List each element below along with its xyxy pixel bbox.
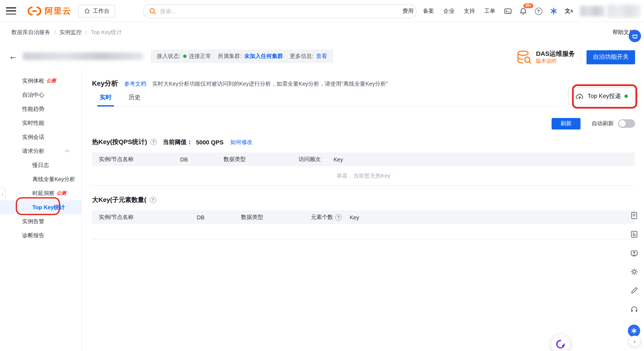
column-header: 元素个数 ? [311,214,350,221]
nav-link-billing[interactable]: 费用 [398,7,418,15]
account-blurred-1 [580,6,605,16]
table-controls: 刷新 自动刷新 [92,118,635,130]
notification-bell-icon[interactable]: 99+ [515,0,531,22]
das-version-link[interactable]: 版本说明 [536,58,556,65]
navbar-right: 费用 备案 企业 支持 工单 99+ ? [398,0,644,22]
workbench-button[interactable]: 工作台 [78,4,115,17]
more-info-link[interactable]: 查看 [316,52,327,60]
info-icon[interactable]: ? [150,197,156,203]
sidebar-item-offline-key-analysis[interactable]: 离线全量Key分析 [0,172,81,186]
breadcrumb: 数据库自治服务 / 实例监控 / Top Key统计 [12,28,122,36]
info-icon[interactable]: ? [335,214,342,220]
assistant-star-icon[interactable] [546,0,561,22]
breadcrumb-item-current: Top Key统计 [91,28,122,36]
sidebar-item-instance-checkup[interactable]: 实例体检 公测 [0,74,81,88]
cluster-label: 所属集群: [218,52,242,60]
status-label: 接入状态: [157,52,180,60]
das-assistant-icon[interactable] [629,30,641,42]
hot-key-empty-state: 恭喜，当前暂无热Key [92,166,635,186]
big-key-title: 大Key(子元素数量( [92,196,146,204]
account-blurred-2 [607,5,640,18]
hot-key-title: 热Key(按QPS统计) [92,138,147,146]
das-service-area: DAS运维服务 版本说明 自治功能开关 [515,47,635,67]
top-navbar: 阿里云 工作台 费用 备案 企业 支持 工单 [0,0,644,22]
chevron-right-icon: › [634,338,636,344]
auto-refresh-toggle[interactable] [618,119,635,128]
nav-link-tickets[interactable]: 工单 [480,7,500,15]
column-header: 数据类型 [241,214,311,221]
status-value: 连接正常 [189,52,211,60]
breadcrumb-item-monitor[interactable]: 实例监控 [60,28,82,36]
document-icon[interactable] [630,211,638,220]
topkey-delivery-label: Top Key投递 [588,92,621,100]
instance-header: ← 接入状态: 连接正常 所属集群: 未加入任何集群 更多信息: 查看 DAS运… [0,45,644,67]
home-icon [84,8,90,14]
sidebar-item-latency-insight[interactable]: 时延洞察 公测 [0,186,81,200]
search-input[interactable] [160,8,410,14]
edit-pencil-icon[interactable] [630,286,638,295]
sidebar-collapse-handle[interactable]: ‹ [0,188,6,201]
threshold-label: 当前阈值： [163,138,192,146]
back-arrow[interactable]: ← [8,52,18,61]
aliyun-logo[interactable]: 阿里云 [27,5,72,16]
instance-name-blurred [23,52,143,60]
delivery-status-dot [624,94,628,98]
hot-key-table-header: 实例/节点名称 DB 数据类型 访问频次 Key [92,152,635,166]
sidebar-item-sessions[interactable]: 实例会话 [0,130,81,144]
sidebar-item-autonomy-center[interactable]: 自治中心 [0,88,81,102]
sidebar-item-slow-log[interactable]: 慢日志 [0,158,81,172]
breadcrumb-item-das[interactable]: 数据库自治服务 [12,28,50,36]
chevron-up-icon [65,150,69,154]
sidebar-item-performance-trend[interactable]: 性能趋势 [0,102,81,116]
search-box[interactable] [143,4,416,18]
modify-threshold-link[interactable]: 如何修改 [230,138,252,146]
autonomy-switch-button[interactable]: 自治功能开关 [586,50,635,64]
sidebar-item-top-key-stats[interactable]: Top Key统计 [0,200,81,214]
more-info-label: 更多信息: [290,52,314,60]
sidebar-item-realtime-performance[interactable]: 实时性能 [0,116,81,130]
column-header: 实例/节点名称 [99,156,180,163]
big-key-table-header: 实例/节点名称 DB 数据类型 元素个数 ? Key [92,210,635,224]
export-icon[interactable] [630,249,638,257]
threshold-value: 5000 QPS [196,139,224,146]
tabs-bar: 实时 历史 [92,92,635,107]
column-header: Key [350,214,635,220]
aliyun-logo-text: 阿里云 [45,5,72,16]
sidebar-item-diagnostic-report[interactable]: 诊断报告 [0,228,81,242]
sidebar-item-instance-alerts[interactable]: 实例告警 [0,214,81,228]
expand-panel-button[interactable]: › [629,336,640,347]
breadcrumb-row: 数据库自治服务 / 实例监控 / Top Key统计 帮助文档 [0,22,644,42]
help-icon[interactable]: ? [531,0,546,22]
auto-refresh-label: 自动刷新 [592,120,614,127]
nav-link-icp[interactable]: 备案 [418,7,439,15]
search-icon [149,8,156,15]
settings-gear-icon[interactable] [630,268,638,276]
nav-link-support[interactable]: 支持 [459,7,480,15]
report-icon[interactable] [630,230,638,238]
info-icon[interactable]: ? [150,139,157,145]
status-dot [183,54,186,58]
refresh-button[interactable]: 刷新 [552,118,580,129]
main-content: Key分析 参考文档 实时大Key分析功能仅对被访问到的Key进行分析，如需全量… [82,70,644,351]
topkey-delivery-button[interactable]: Top Key投递 [568,87,635,105]
hot-key-section: 热Key(按QPS统计) ? 当前阈值： 5000 QPS 如何修改 实例/节点… [92,138,635,186]
key-analysis-description: 实时大Key分析功能仅对被访问到的Key进行分析，如需全量Key分析，请使用“离… [152,80,388,88]
tab-realtime[interactable]: 实时 [100,94,112,106]
tab-history[interactable]: 历史 [129,94,140,106]
beta-badge: 公测 [57,190,66,196]
ai-assistant-star-icon[interactable] [628,324,640,337]
sidebar-item-request-analysis[interactable]: 请求分析 [0,144,81,158]
assistant-logo-icon [555,339,566,350]
nav-link-enterprise[interactable]: 企业 [439,7,459,15]
cluster-link[interactable]: 未加入任何集群 [244,52,283,60]
das-service-icon [515,48,532,66]
console-icon[interactable] [500,0,515,22]
menu-icon[interactable] [6,7,16,14]
support-headset-icon[interactable] [630,305,638,314]
language-icon[interactable]: 文A [561,0,577,22]
account-area[interactable] [580,5,640,18]
column-header: 实例/节点名称 [99,214,197,221]
reference-doc-link[interactable]: 参考文档 [124,80,146,88]
big-key-section: 大Key(子元素数量( ? 实例/节点名称 DB 数据类型 元素个数 ? Key [92,196,635,240]
instance-status-bar: 接入状态: 连接正常 所属集群: 未加入任何集群 更多信息: 查看 [151,50,333,63]
